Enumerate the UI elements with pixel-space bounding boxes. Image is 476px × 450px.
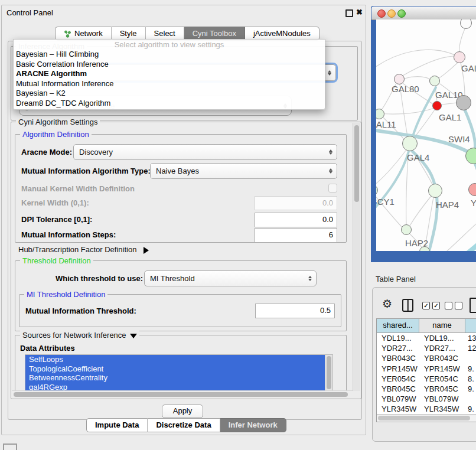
table-row[interactable]: YBR045CYBR045C9. xyxy=(377,384,476,394)
table-horizontal-scrollbar[interactable] xyxy=(377,414,476,422)
data-attribute-item[interactable]: SelfLoops xyxy=(25,355,332,364)
table-cell[interactable]: 9. xyxy=(465,384,476,394)
tab-style-label: Style xyxy=(120,29,137,38)
gear-icon[interactable]: ⚙ xyxy=(382,298,392,310)
network-node[interactable] xyxy=(432,101,442,110)
aracne-mode-label: Aracne Mode: xyxy=(21,148,72,156)
deselect-all-columns-icon[interactable] xyxy=(445,302,462,309)
table-row[interactable]: YDR27...YDR27...12 xyxy=(377,343,476,353)
apply-button[interactable]: Apply xyxy=(162,405,203,418)
table-cell[interactable]: YBL079W xyxy=(377,394,419,404)
combo-stepper-icon xyxy=(308,276,312,281)
table-cell[interactable]: YBR043C xyxy=(377,353,419,363)
network-node[interactable] xyxy=(456,95,471,110)
data-attribute-item[interactable]: TopologicalCoefficient xyxy=(25,364,332,374)
column-header-partial[interactable] xyxy=(465,319,476,332)
float-window-icon[interactable] xyxy=(345,9,353,17)
table-cell[interactable]: YLR345W xyxy=(419,404,465,414)
mi-type-combo[interactable]: Naive Bayes xyxy=(150,163,337,179)
table-cell[interactable]: YDL19... xyxy=(419,333,465,343)
table-cell[interactable] xyxy=(465,353,476,363)
table-cell[interactable]: YER054C xyxy=(377,374,419,384)
manual-kernel-checkbox[interactable] xyxy=(328,184,337,193)
aracne-mode-combo[interactable]: Discovery xyxy=(73,144,337,160)
data-attributes-label: Data Attributes xyxy=(20,344,75,353)
attributes-scrollbar-thumb[interactable] xyxy=(327,356,331,389)
expand-arrow-icon[interactable] xyxy=(144,247,149,254)
table-row[interactable]: YBR043CYBR043C xyxy=(377,353,476,363)
network-node[interactable] xyxy=(428,184,442,198)
table-row[interactable]: YBL079WYBL079W xyxy=(377,394,476,404)
close-icon[interactable]: ✖ xyxy=(356,8,363,17)
zoom-traffic-light-icon[interactable] xyxy=(397,9,406,18)
table-cell[interactable]: 9. xyxy=(465,364,476,374)
threshold-definition-group: Threshold Definition Which threshold to … xyxy=(15,260,347,331)
tab-discretize-data-label: Discretize Data xyxy=(156,420,211,429)
column-header-shared-name[interactable]: shared... xyxy=(377,319,419,332)
column-header-name[interactable]: name xyxy=(419,319,465,332)
algorithm-option[interactable]: Bayesian – Hill Climbing xyxy=(14,50,325,60)
settings-horizontal-scrollbar[interactable] xyxy=(12,390,353,398)
select-all-columns-icon[interactable]: ✓ ✓ xyxy=(422,302,440,309)
table-hscrollbar-thumb[interactable] xyxy=(378,416,470,420)
table-cell[interactable]: YDR27... xyxy=(419,343,465,353)
network-node[interactable] xyxy=(401,224,412,235)
new-table-icon[interactable] xyxy=(470,298,476,313)
collapsed-panel-icon[interactable] xyxy=(3,444,17,450)
tab-infer-network-label: Infer Network xyxy=(229,420,278,429)
columns-icon[interactable] xyxy=(402,299,413,312)
network-canvas[interactable]: GALGAL80GAL10GAL1GAL11GAL4SWI4GCY1HAP4YH… xyxy=(376,19,476,251)
app-screen: Control Panel ✖ Network Style Select Cyn… xyxy=(0,0,476,450)
table-cell[interactable]: 12 xyxy=(465,343,476,353)
table-row[interactable]: YLR345WYLR345W9. xyxy=(377,404,476,414)
network-window-titlebar[interactable] xyxy=(371,6,476,20)
table-row[interactable]: YER054CYER054C8. xyxy=(377,374,476,384)
settings-vertical-scrollbar[interactable] xyxy=(353,123,360,391)
dpi-tolerance-field[interactable]: 0.0 xyxy=(255,213,337,227)
algorithm-option[interactable]: ARACNE Algorithm xyxy=(14,69,325,79)
table-cell[interactable]: YBR045C xyxy=(377,384,419,394)
table-row[interactable]: YDL19...YDL19...13 xyxy=(377,333,476,343)
kernel-width-field[interactable]: 0.0 xyxy=(255,196,337,210)
settings-group-label: Cyni Algorithm Settings xyxy=(16,118,100,126)
attributes-scrollbar[interactable] xyxy=(325,355,332,392)
table-cell[interactable]: YBR043C xyxy=(419,353,465,363)
mi-steps-field[interactable]: 6 xyxy=(255,228,337,243)
tab-infer-network[interactable]: Infer Network xyxy=(220,418,286,432)
collapse-arrow-icon[interactable] xyxy=(130,334,137,338)
table-cell[interactable]: YBR045C xyxy=(419,384,465,394)
network-node[interactable] xyxy=(402,136,418,151)
algorithm-option[interactable]: Dream8 DC_TDC Algorithm xyxy=(14,99,325,109)
table-cell[interactable]: YPR145W xyxy=(419,364,465,374)
close-traffic-light-icon[interactable] xyxy=(377,9,386,18)
table-cell[interactable]: YBL079W xyxy=(419,394,465,404)
table-cell[interactable]: YPR145W xyxy=(377,364,419,374)
which-threshold-combo[interactable]: MI Threshold xyxy=(144,270,317,286)
table-cell[interactable] xyxy=(465,394,476,404)
settings-scrollbar-thumb[interactable] xyxy=(354,125,359,202)
data-attributes-list[interactable]: SelfLoopsTopologicalCoefficientBetweenne… xyxy=(25,354,333,392)
table-cell[interactable]: 9. xyxy=(465,404,476,414)
hub-definition-section[interactable]: Hub/Transcription Factor Definition xyxy=(18,245,149,254)
data-attribute-item[interactable]: BetweennessCentrality xyxy=(25,373,332,383)
network-node[interactable] xyxy=(394,74,405,84)
kernel-width-label: Kernel Width (0,1): xyxy=(21,198,89,207)
algorithm-option[interactable]: Bayesian – K2 xyxy=(14,89,325,99)
network-node[interactable] xyxy=(454,51,465,63)
tab-impute-data[interactable]: Impute Data xyxy=(86,418,148,432)
table-cell[interactable]: YDL19... xyxy=(377,333,419,343)
network-node[interactable] xyxy=(429,76,440,86)
settings-hscrollbar-thumb[interactable] xyxy=(14,392,348,397)
table-cell[interactable]: YDR27... xyxy=(377,343,419,353)
mi-threshold-field[interactable]: 0.5 xyxy=(255,304,335,318)
tab-discretize-data[interactable]: Discretize Data xyxy=(148,418,220,432)
table-row[interactable]: YPR145WYPR145W9. xyxy=(377,364,476,374)
table-cell[interactable]: 8. xyxy=(465,374,476,384)
sources-group: Sources for Network Inference Data Attri… xyxy=(15,335,347,397)
table-cell[interactable]: YER054C xyxy=(419,374,465,384)
algorithm-option[interactable]: Basic Correlation Inference xyxy=(14,60,325,70)
algorithm-option[interactable]: Mutual Information Inference xyxy=(14,79,325,89)
minimize-traffic-light-icon[interactable] xyxy=(387,9,396,18)
table-cell[interactable]: 13 xyxy=(465,333,476,343)
table-cell[interactable]: YLR345W xyxy=(377,404,419,414)
